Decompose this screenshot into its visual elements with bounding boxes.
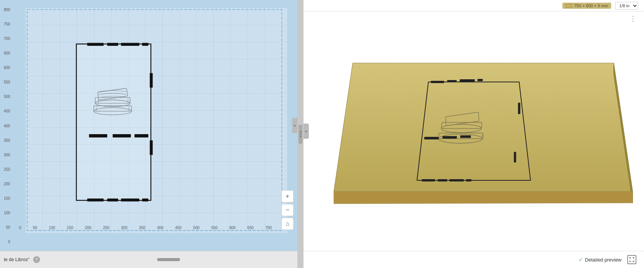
collapse-right-button[interactable]: « — [304, 124, 309, 139]
x-axis: 0 50 100 150 200 250 300 350 400 450 500… — [19, 226, 290, 230]
svg-rect-65 — [634, 257, 634, 259]
project-name: te de Libros" — [4, 257, 29, 262]
material-chip: 750 × 800 × 9 mm — [562, 3, 611, 9]
svg-rect-44 — [518, 103, 520, 114]
bottom-bar-right: ✓ Detailed preview — [304, 251, 644, 268]
material-label: 750 × 800 × 9 mm — [574, 3, 608, 8]
divider-dot — [300, 131, 301, 132]
svg-rect-48 — [450, 179, 464, 181]
svg-rect-2 — [26, 8, 287, 233]
main-container: 800 750 700 650 600 550 500 450 400 350 … — [0, 0, 644, 268]
material-swatch — [565, 4, 572, 8]
svg-rect-4 — [76, 44, 151, 200]
scrollbar-thumb[interactable] — [157, 258, 180, 261]
svg-rect-15 — [89, 134, 108, 138]
svg-rect-7 — [121, 43, 139, 46]
fullscreen-icon-svg — [629, 257, 634, 262]
canvas-area: 800 750 700 650 600 550 500 450 400 350 … — [0, 0, 297, 251]
detailed-preview-button[interactable]: ✓ Detailed preview — [578, 257, 622, 263]
svg-rect-5 — [87, 43, 104, 46]
svg-rect-6 — [107, 43, 118, 46]
svg-rect-63 — [630, 257, 630, 259]
thickness-select[interactable]: 1/8 in — [615, 2, 638, 10]
bottom-bar-left: te de Libros" ? — [0, 251, 297, 268]
design-canvas[interactable] — [19, 8, 294, 244]
divider-dot — [300, 136, 301, 137]
checkmark-icon: ✓ — [578, 257, 583, 263]
divider-dot — [300, 133, 301, 135]
svg-rect-40 — [431, 81, 444, 83]
svg-rect-42 — [459, 79, 475, 82]
svg-rect-46 — [422, 179, 435, 181]
context-menu-button[interactable]: ⋮ — [630, 14, 636, 23]
svg-rect-47 — [438, 179, 447, 181]
svg-rect-14 — [142, 199, 148, 202]
left-panel: 800 750 700 650 600 550 500 450 400 350 … — [0, 0, 297, 268]
svg-rect-10 — [150, 140, 153, 155]
svg-marker-32 — [334, 192, 633, 204]
svg-rect-8 — [142, 43, 148, 46]
detailed-preview-label: Detailed preview — [585, 257, 622, 263]
svg-rect-69 — [634, 260, 634, 262]
svg-rect-41 — [447, 80, 457, 82]
canvas-3d[interactable]: ⋮ — [304, 11, 644, 251]
zoom-controls: + − ⌂ — [281, 190, 294, 230]
right-top-bar: 750 × 800 × 9 mm 1/8 in — [304, 0, 644, 11]
svg-rect-50 — [424, 137, 439, 140]
svg-rect-11 — [87, 199, 104, 202]
svg-rect-16 — [113, 134, 131, 138]
svg-rect-52 — [460, 135, 471, 138]
home-button[interactable]: ⌂ — [281, 218, 294, 230]
svg-rect-9 — [150, 73, 153, 88]
right-panel: 750 × 800 × 9 mm 1/8 in ⋮ — [304, 0, 644, 268]
fullscreen-button[interactable] — [627, 255, 636, 264]
divider-handle — [299, 125, 302, 144]
svg-rect-12 — [107, 199, 118, 202]
zoom-out-button[interactable]: − — [281, 204, 294, 216]
svg-rect-49 — [466, 179, 471, 181]
zoom-in-button[interactable]: + — [281, 190, 294, 202]
3d-preview-svg — [304, 11, 644, 251]
svg-rect-45 — [514, 152, 516, 163]
help-button[interactable]: ? — [33, 256, 40, 263]
collapse-left-button[interactable]: » — [292, 118, 297, 133]
panel-divider[interactable] — [297, 0, 304, 268]
svg-rect-43 — [477, 79, 483, 81]
svg-rect-67 — [630, 260, 630, 262]
y-axis: 800 750 700 650 600 550 500 450 400 350 … — [4, 8, 10, 244]
svg-rect-13 — [121, 199, 139, 202]
svg-rect-17 — [135, 134, 148, 138]
